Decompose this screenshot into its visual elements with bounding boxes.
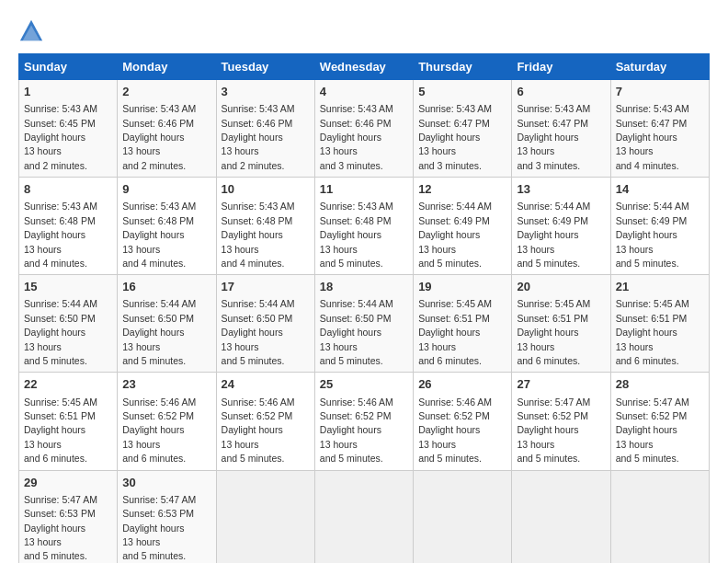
day-info: Sunrise: 5:47 AMSunset: 6:53 PMDaylight … bbox=[24, 494, 97, 562]
header-sunday: Sunday bbox=[19, 54, 118, 80]
calendar-cell: 13Sunrise: 5:44 AMSunset: 6:49 PMDayligh… bbox=[512, 178, 610, 275]
day-info: Sunrise: 5:46 AMSunset: 6:52 PMDaylight … bbox=[222, 396, 295, 465]
calendar-cell: 25Sunrise: 5:46 AMSunset: 6:52 PMDayligh… bbox=[314, 373, 413, 470]
day-number: 14 bbox=[616, 181, 704, 198]
day-number: 28 bbox=[616, 376, 704, 393]
calendar-cell bbox=[216, 470, 314, 563]
day-number: 8 bbox=[24, 181, 112, 198]
day-info: Sunrise: 5:44 AMSunset: 6:49 PMDaylight … bbox=[517, 201, 590, 269]
calendar-cell: 29Sunrise: 5:47 AMSunset: 6:53 PMDayligh… bbox=[19, 470, 118, 563]
calendar-cell: 30Sunrise: 5:47 AMSunset: 6:53 PMDayligh… bbox=[118, 470, 216, 563]
day-number: 27 bbox=[517, 376, 605, 393]
calendar-cell: 4Sunrise: 5:43 AMSunset: 6:46 PMDaylight… bbox=[314, 80, 413, 178]
day-number: 4 bbox=[320, 84, 408, 100]
day-info: Sunrise: 5:44 AMSunset: 6:49 PMDaylight … bbox=[418, 201, 492, 269]
day-number: 7 bbox=[616, 84, 704, 100]
day-info: Sunrise: 5:44 AMSunset: 6:50 PMDaylight … bbox=[122, 298, 196, 366]
calendar-cell: 15Sunrise: 5:44 AMSunset: 6:50 PMDayligh… bbox=[19, 275, 118, 373]
day-number: 12 bbox=[418, 181, 506, 198]
header-tuesday: Tuesday bbox=[216, 54, 314, 80]
day-number: 18 bbox=[320, 279, 408, 295]
calendar-cell: 11Sunrise: 5:43 AMSunset: 6:48 PMDayligh… bbox=[314, 178, 413, 275]
day-number: 1 bbox=[24, 84, 112, 100]
calendar-cell: 7Sunrise: 5:43 AMSunset: 6:47 PMDaylight… bbox=[610, 80, 709, 178]
page-header bbox=[18, 18, 710, 44]
week-row-1: 1Sunrise: 5:43 AMSunset: 6:45 PMDaylight… bbox=[19, 80, 710, 178]
day-info: Sunrise: 5:45 AMSunset: 6:51 PMDaylight … bbox=[616, 298, 689, 366]
calendar-cell: 8Sunrise: 5:43 AMSunset: 6:48 PMDaylight… bbox=[19, 178, 118, 275]
calendar-cell: 16Sunrise: 5:44 AMSunset: 6:50 PMDayligh… bbox=[118, 275, 216, 373]
day-number: 16 bbox=[122, 279, 210, 295]
calendar-cell: 6Sunrise: 5:43 AMSunset: 6:47 PMDaylight… bbox=[512, 80, 610, 178]
day-info: Sunrise: 5:44 AMSunset: 6:50 PMDaylight … bbox=[320, 298, 393, 366]
day-info: Sunrise: 5:43 AMSunset: 6:48 PMDaylight … bbox=[320, 201, 393, 269]
calendar-cell: 22Sunrise: 5:45 AMSunset: 6:51 PMDayligh… bbox=[19, 373, 118, 470]
day-number: 30 bbox=[122, 475, 210, 491]
calendar-cell: 18Sunrise: 5:44 AMSunset: 6:50 PMDayligh… bbox=[314, 275, 413, 373]
day-number: 2 bbox=[122, 84, 210, 100]
day-info: Sunrise: 5:43 AMSunset: 6:48 PMDaylight … bbox=[24, 201, 97, 269]
day-info: Sunrise: 5:43 AMSunset: 6:45 PMDaylight … bbox=[24, 103, 97, 171]
day-info: Sunrise: 5:46 AMSunset: 6:52 PMDaylight … bbox=[418, 396, 492, 465]
day-number: 25 bbox=[320, 376, 408, 393]
day-number: 3 bbox=[222, 84, 310, 100]
day-number: 9 bbox=[122, 181, 210, 198]
calendar-cell: 26Sunrise: 5:46 AMSunset: 6:52 PMDayligh… bbox=[414, 373, 512, 470]
calendar-cell: 12Sunrise: 5:44 AMSunset: 6:49 PMDayligh… bbox=[414, 178, 512, 275]
calendar-cell: 10Sunrise: 5:43 AMSunset: 6:48 PMDayligh… bbox=[216, 178, 314, 275]
calendar-cell bbox=[610, 470, 709, 563]
day-info: Sunrise: 5:47 AMSunset: 6:52 PMDaylight … bbox=[616, 396, 689, 465]
day-info: Sunrise: 5:43 AMSunset: 6:47 PMDaylight … bbox=[517, 103, 590, 171]
calendar-cell: 1Sunrise: 5:43 AMSunset: 6:45 PMDaylight… bbox=[19, 80, 118, 178]
logo-icon bbox=[18, 18, 44, 44]
day-info: Sunrise: 5:43 AMSunset: 6:48 PMDaylight … bbox=[122, 201, 196, 269]
day-info: Sunrise: 5:43 AMSunset: 6:46 PMDaylight … bbox=[222, 103, 295, 171]
day-info: Sunrise: 5:43 AMSunset: 6:46 PMDaylight … bbox=[320, 103, 393, 171]
day-info: Sunrise: 5:44 AMSunset: 6:50 PMDaylight … bbox=[24, 298, 97, 366]
day-info: Sunrise: 5:45 AMSunset: 6:51 PMDaylight … bbox=[517, 298, 590, 366]
calendar-cell: 17Sunrise: 5:44 AMSunset: 6:50 PMDayligh… bbox=[216, 275, 314, 373]
day-info: Sunrise: 5:46 AMSunset: 6:52 PMDaylight … bbox=[122, 396, 196, 465]
day-number: 22 bbox=[24, 376, 112, 393]
day-number: 6 bbox=[517, 84, 605, 100]
day-number: 23 bbox=[122, 376, 210, 393]
day-info: Sunrise: 5:47 AMSunset: 6:53 PMDaylight … bbox=[122, 494, 196, 562]
day-number: 20 bbox=[517, 279, 605, 295]
day-info: Sunrise: 5:45 AMSunset: 6:51 PMDaylight … bbox=[418, 298, 492, 366]
logo bbox=[18, 18, 48, 44]
day-number: 17 bbox=[222, 279, 310, 295]
calendar-cell bbox=[314, 470, 413, 563]
calendar-cell: 5Sunrise: 5:43 AMSunset: 6:47 PMDaylight… bbox=[414, 80, 512, 178]
day-info: Sunrise: 5:46 AMSunset: 6:52 PMDaylight … bbox=[320, 396, 393, 465]
day-info: Sunrise: 5:43 AMSunset: 6:47 PMDaylight … bbox=[418, 103, 492, 171]
calendar-cell: 27Sunrise: 5:47 AMSunset: 6:52 PMDayligh… bbox=[512, 373, 610, 470]
calendar-cell: 19Sunrise: 5:45 AMSunset: 6:51 PMDayligh… bbox=[414, 275, 512, 373]
calendar-cell: 14Sunrise: 5:44 AMSunset: 6:49 PMDayligh… bbox=[610, 178, 709, 275]
day-number: 24 bbox=[222, 376, 310, 393]
day-number: 29 bbox=[24, 475, 112, 491]
calendar-cell: 28Sunrise: 5:47 AMSunset: 6:52 PMDayligh… bbox=[610, 373, 709, 470]
header-monday: Monday bbox=[118, 54, 216, 80]
day-info: Sunrise: 5:44 AMSunset: 6:50 PMDaylight … bbox=[222, 298, 295, 366]
day-number: 21 bbox=[616, 279, 704, 295]
day-number: 5 bbox=[418, 84, 506, 100]
day-number: 26 bbox=[418, 376, 506, 393]
day-info: Sunrise: 5:47 AMSunset: 6:52 PMDaylight … bbox=[517, 396, 590, 465]
header-saturday: Saturday bbox=[610, 54, 709, 80]
day-number: 11 bbox=[320, 181, 408, 198]
calendar-table: SundayMondayTuesdayWednesdayThursdayFrid… bbox=[18, 53, 710, 563]
header-friday: Friday bbox=[512, 54, 610, 80]
week-row-3: 15Sunrise: 5:44 AMSunset: 6:50 PMDayligh… bbox=[19, 275, 710, 373]
week-row-4: 22Sunrise: 5:45 AMSunset: 6:51 PMDayligh… bbox=[19, 373, 710, 470]
week-row-2: 8Sunrise: 5:43 AMSunset: 6:48 PMDaylight… bbox=[19, 178, 710, 275]
week-row-5: 29Sunrise: 5:47 AMSunset: 6:53 PMDayligh… bbox=[19, 470, 710, 563]
calendar-cell bbox=[414, 470, 512, 563]
day-info: Sunrise: 5:43 AMSunset: 6:48 PMDaylight … bbox=[222, 201, 295, 269]
day-info: Sunrise: 5:43 AMSunset: 6:47 PMDaylight … bbox=[616, 103, 689, 171]
day-number: 10 bbox=[222, 181, 310, 198]
header-row: SundayMondayTuesdayWednesdayThursdayFrid… bbox=[19, 54, 710, 80]
day-info: Sunrise: 5:45 AMSunset: 6:51 PMDaylight … bbox=[24, 396, 97, 465]
calendar-cell: 9Sunrise: 5:43 AMSunset: 6:48 PMDaylight… bbox=[118, 178, 216, 275]
day-number: 13 bbox=[517, 181, 605, 198]
day-number: 19 bbox=[418, 279, 506, 295]
